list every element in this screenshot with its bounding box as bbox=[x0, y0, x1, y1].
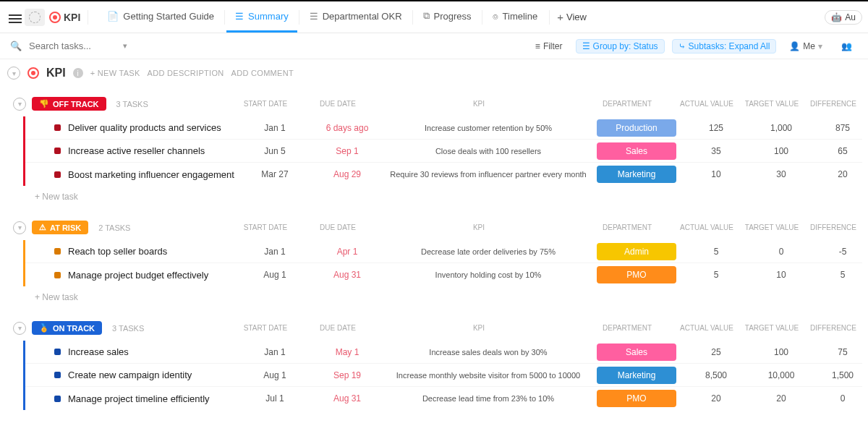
difference-value: 0 bbox=[814, 393, 868, 404]
col-actual[interactable]: ACTUAL VALUE bbox=[674, 100, 739, 108]
view-tabs: 📄Getting Started Guide☰Summary☰Departmen… bbox=[98, 1, 546, 33]
task-row[interactable]: Boost marketing influencer engagement Ma… bbox=[25, 163, 862, 186]
loading-icon-button[interactable] bbox=[25, 9, 45, 26]
collapse-all-button[interactable]: ▾ bbox=[7, 67, 20, 80]
department-badge[interactable]: Sales bbox=[597, 343, 676, 361]
kpi-text: Inventory holding cost by 10% bbox=[387, 270, 590, 279]
task-list-content: ▾ 👎 OFF TRACK 3 TASKS START DATE DUE DAT… bbox=[0, 84, 868, 410]
target-icon bbox=[27, 67, 39, 79]
department-badge[interactable]: Marketing bbox=[597, 166, 676, 183]
add-comment-button[interactable]: ADD COMMENT bbox=[231, 69, 294, 77]
tab-label: Timeline bbox=[503, 11, 538, 22]
tab-departmental-okr[interactable]: ☰Departmental OKR bbox=[301, 1, 411, 33]
col-actual[interactable]: ACTUAL VALUE bbox=[674, 223, 739, 231]
department-badge[interactable]: PMO bbox=[597, 390, 676, 407]
col-department[interactable]: DEPARTMENT bbox=[580, 223, 674, 231]
status-dot bbox=[54, 124, 61, 131]
status-pill[interactable]: ⚠ AT RISK bbox=[32, 221, 88, 234]
group-header: ▾ ⚠ AT RISK 2 TASKS START DATE DUE DATE … bbox=[6, 218, 862, 240]
col-due[interactable]: DUE DATE bbox=[298, 324, 378, 332]
department-badge[interactable]: Production bbox=[597, 119, 676, 137]
col-target[interactable]: TARGET VALUE bbox=[739, 223, 804, 231]
department-badge[interactable]: Marketing bbox=[597, 367, 676, 384]
new-task-link[interactable]: + New task bbox=[6, 186, 862, 202]
task-row[interactable]: Increase sales Jan 1 May 1 Increase sale… bbox=[25, 341, 862, 364]
automate-label: Au bbox=[845, 12, 856, 22]
collapse-group-button[interactable]: ▾ bbox=[13, 98, 26, 111]
due-date: Aug 29 bbox=[307, 169, 387, 179]
col-start[interactable]: START DATE bbox=[233, 324, 298, 332]
task-row[interactable]: Increase active reseller channels Jun 5 … bbox=[25, 140, 862, 163]
automate-button[interactable]: 🤖Au bbox=[825, 10, 862, 25]
task-row[interactable]: Create new campaign identity Aug 1 Sep 1… bbox=[25, 364, 862, 387]
page-title-button[interactable]: KPI bbox=[45, 9, 85, 26]
task-row[interactable]: Manage project budget effectively Aug 1 … bbox=[25, 263, 862, 286]
new-task-link[interactable]: + New task bbox=[6, 286, 862, 302]
task-name: Reach top seller boards bbox=[68, 246, 167, 257]
department-cell: Marketing bbox=[590, 166, 684, 183]
group-by-button[interactable]: ☰Group by: Status bbox=[576, 39, 665, 54]
task-row[interactable]: Manage project timeline efficiently Jul … bbox=[25, 387, 862, 410]
subtasks-button[interactable]: ⤷Subtasks: Expand All bbox=[672, 39, 777, 54]
department-cell: PMO bbox=[590, 390, 684, 407]
group-on-track: ▾ 🏅 ON TRACK 3 TASKS START DATE DUE DATE… bbox=[6, 318, 862, 410]
assignees-button[interactable]: 👥 bbox=[835, 40, 858, 53]
task-row[interactable]: Reach top seller boards Jan 1 Apr 1 Decr… bbox=[25, 240, 862, 263]
tab-label: Summary bbox=[248, 11, 289, 22]
search-input[interactable] bbox=[29, 40, 116, 51]
col-difference[interactable]: DIFFERENCE bbox=[804, 324, 862, 332]
actual-value: 5 bbox=[684, 247, 749, 257]
col-start[interactable]: START DATE bbox=[233, 100, 298, 108]
department-cell: Production bbox=[590, 119, 684, 137]
search-chevron-down-icon[interactable]: ▾ bbox=[123, 41, 127, 51]
status-icon: 👎 bbox=[39, 99, 49, 108]
col-start[interactable]: START DATE bbox=[233, 223, 298, 231]
status-pill[interactable]: 👎 OFF TRACK bbox=[32, 97, 106, 111]
col-difference[interactable]: DIFFERENCE bbox=[804, 223, 862, 231]
task-row[interactable]: Deliver quality products and services Ja… bbox=[25, 116, 862, 140]
col-kpi[interactable]: KPI bbox=[378, 223, 580, 231]
status-dot bbox=[54, 248, 61, 255]
col-actual[interactable]: ACTUAL VALUE bbox=[674, 324, 739, 332]
department-badge[interactable]: PMO bbox=[597, 266, 676, 283]
tab-label: Getting Started Guide bbox=[123, 11, 214, 22]
target-value: 100 bbox=[749, 347, 814, 357]
status-pill[interactable]: 🏅 ON TRACK bbox=[32, 321, 102, 335]
status-dot bbox=[54, 148, 61, 154]
col-department[interactable]: DEPARTMENT bbox=[580, 100, 674, 108]
tab-timeline[interactable]: ⌾Timeline bbox=[484, 1, 547, 33]
target-value: 100 bbox=[749, 146, 814, 156]
tab-icon: ☰ bbox=[310, 11, 318, 22]
col-target[interactable]: TARGET VALUE bbox=[739, 324, 804, 332]
department-badge[interactable]: Sales bbox=[597, 142, 676, 160]
tab-progress[interactable]: ⧉Progress bbox=[414, 1, 480, 33]
collapse-group-button[interactable]: ▾ bbox=[13, 322, 26, 335]
actual-value: 5 bbox=[684, 270, 749, 280]
collapse-group-button[interactable]: ▾ bbox=[13, 221, 26, 234]
department-badge[interactable]: Admin bbox=[597, 243, 676, 260]
actual-value: 10 bbox=[684, 169, 749, 179]
col-due[interactable]: DUE DATE bbox=[298, 223, 378, 231]
add-description-button[interactable]: ADD DESCRIPTION bbox=[148, 69, 224, 77]
start-date: Jun 5 bbox=[242, 146, 307, 156]
target-icon bbox=[49, 12, 61, 23]
due-date: Aug 31 bbox=[307, 270, 387, 280]
col-kpi[interactable]: KPI bbox=[378, 100, 580, 108]
info-icon[interactable]: i bbox=[73, 68, 83, 78]
col-due[interactable]: DUE DATE bbox=[298, 100, 378, 108]
start-date: Jan 1 bbox=[242, 247, 307, 257]
col-difference[interactable]: DIFFERENCE bbox=[804, 100, 862, 108]
task-count: 3 TASKS bbox=[116, 100, 148, 108]
col-department[interactable]: DEPARTMENT bbox=[580, 324, 674, 332]
menu-icon[interactable] bbox=[9, 12, 22, 22]
add-view-button[interactable]: +View bbox=[557, 11, 587, 23]
tab-summary[interactable]: ☰Summary bbox=[226, 1, 297, 33]
difference-value: 20 bbox=[814, 169, 868, 179]
col-target[interactable]: TARGET VALUE bbox=[739, 100, 804, 108]
new-task-button[interactable]: + NEW TASK bbox=[90, 69, 140, 77]
col-kpi[interactable]: KPI bbox=[378, 324, 580, 332]
me-button[interactable]: 👤Me▾ bbox=[783, 40, 828, 53]
filter-button[interactable]: ≡Filter bbox=[529, 40, 569, 53]
person-icon: 👤 bbox=[789, 41, 800, 51]
tab-getting-started-guide[interactable]: 📄Getting Started Guide bbox=[98, 1, 223, 33]
